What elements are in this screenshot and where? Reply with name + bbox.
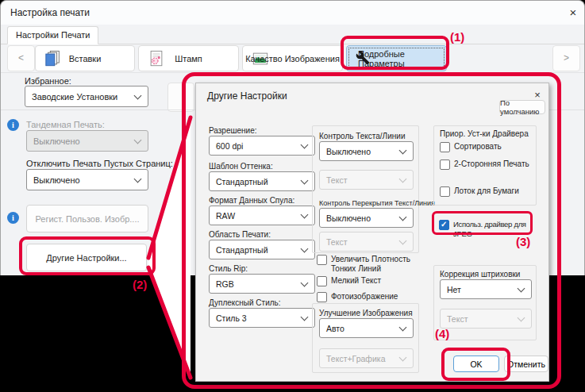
tandem-print-select: Выключено: [26, 130, 148, 152]
rip-style-select[interactable]: RGB: [209, 274, 315, 294]
next-tab-button[interactable]: >: [552, 45, 580, 71]
text-line-control-select[interactable]: Выключено: [319, 141, 414, 161]
paper-tray-checkbox[interactable]: [440, 186, 450, 197]
dialog-title: Другие Настройки: [207, 90, 287, 102]
tab-print-settings[interactable]: Настройки Печати: [7, 26, 98, 44]
driver-priority-group: Приор. Уст-ки Драйвера Сортировать 2-Сто…: [433, 125, 537, 206]
screenshot-stage: Настройка печати × Настройки Печати < Вс…: [0, 0, 585, 392]
blank-pages-label: Отключить Печать Пустых Страниц:: [26, 159, 173, 168]
text-line-control-label: Контроль Текста/Линии: [319, 132, 405, 140]
tandem-print-label: Тандемная Печать:: [26, 120, 105, 129]
collate-checkbox[interactable]: [440, 142, 450, 152]
spool-data-format-label: Формат Данных Спула:: [209, 196, 294, 205]
hatch-correction-label: Коррекция штриховки: [440, 270, 520, 279]
cancel-button[interactable]: Отменить: [504, 355, 548, 372]
chevron-down-icon: [301, 313, 309, 321]
overlap-control-label: Контроль Перекрытия Текст/Линия: [319, 199, 435, 207]
tone-pattern-label: Шаблон Оттенка:: [209, 162, 273, 171]
photo-image-checkbox[interactable]: [317, 292, 327, 302]
thin-line-density-checkbox[interactable]: [317, 255, 327, 265]
tab-button-stamp[interactable]: Штамп: [138, 45, 239, 71]
photo-image-row: Фотоизображение: [317, 292, 398, 302]
overlap-control-select[interactable]: Выключено: [319, 208, 414, 228]
tab-button-label: Штамп: [139, 46, 238, 71]
print-area-select[interactable]: Стандартный: [209, 240, 315, 259]
two-sided-checkbox[interactable]: [440, 159, 450, 170]
tab-button-image-quality[interactable]: Качество Изображения: [242, 45, 343, 71]
blank-pages-select[interactable]: Выключено: [26, 169, 148, 190]
paper-tray-row: Лоток для Бумаги: [440, 186, 519, 197]
collate-row: Сортировать: [440, 142, 502, 152]
small-text-checkbox[interactable]: [317, 276, 327, 286]
chevron-down-icon: [134, 136, 142, 144]
chevron-down-icon: [399, 323, 407, 331]
callout-1-label: (1): [450, 30, 464, 44]
register-custom-image-button[interactable]: Регист. Пользов. Изобр....: [26, 205, 148, 233]
callout-4-highlight: [441, 348, 510, 381]
resolution-select[interactable]: 600 dpi: [209, 136, 315, 156]
small-text-row: Мелкий Текст: [317, 276, 381, 286]
chevron-down-icon: [134, 175, 142, 183]
tab-button-inserts[interactable]: Вставки: [35, 45, 135, 71]
image-enhance-target-select: Текст+Графика: [319, 348, 414, 368]
overlap-target-select: Текст: [319, 232, 414, 252]
thin-line-density-row: Увеличить Плотность Тонких Линий: [317, 255, 420, 274]
chevron-down-icon: [399, 353, 407, 361]
favorites-select[interactable]: Заводские Установки: [25, 86, 148, 107]
driver-priority-label: Приор. Уст-ки Драйвера: [440, 129, 529, 138]
spool-data-format-select[interactable]: RAW: [209, 206, 315, 225]
prev-tab-button[interactable]: <: [7, 45, 35, 71]
chevron-down-icon: [301, 244, 309, 252]
favorites-label: Избранное:: [25, 76, 71, 86]
chevron-down-icon: [399, 236, 407, 244]
chevron-left-icon: <: [18, 52, 24, 63]
two-sided-row: 2-Сторонняя Печать: [440, 159, 529, 170]
chevron-down-icon: [518, 284, 525, 292]
image-enhance-label: Улучшение Изображения: [319, 309, 413, 317]
tab-button-label: Качество Изображения: [243, 46, 342, 71]
callout-2-highlight: [19, 236, 156, 275]
chevron-down-icon: [134, 91, 142, 99]
chevron-right-icon: >: [564, 52, 569, 63]
image-enhance-group: Улучшение Изображения Авто Текст+Графика: [312, 303, 419, 373]
tone-pattern-select[interactable]: Стандартный: [209, 171, 315, 191]
text-line-control-group: Контроль Текста/Линии Выключено Текст Ко…: [312, 125, 419, 253]
text-line-target-select: Текст: [319, 170, 414, 190]
callout-3-label: (3): [516, 235, 530, 248]
chevron-down-icon: [399, 213, 407, 221]
chevron-down-icon: [301, 210, 309, 218]
duplex-style-select[interactable]: Стиль 3: [209, 308, 315, 328]
hatch-target-select: Текст: [440, 309, 532, 329]
print-area-label: Область Печати:: [209, 230, 271, 239]
tab-button-label: Вставки: [36, 46, 134, 71]
image-enhance-select[interactable]: Авто: [319, 318, 414, 338]
callout-3-highlight: [432, 211, 533, 235]
tab-strip: Настройки Печати: [1, 25, 584, 44]
chevron-down-icon: [301, 279, 309, 286]
chevron-down-icon: [399, 146, 407, 154]
chevron-down-icon: [301, 140, 309, 148]
info-icon[interactable]: i: [7, 119, 19, 131]
duplex-style-label: Дуплексный Стиль:: [209, 298, 281, 307]
window-title: Настройка печати: [10, 7, 90, 18]
window-close-icon[interactable]: ×: [564, 5, 582, 21]
callout-2-label: (2): [133, 278, 147, 291]
chevron-down-icon: [301, 176, 309, 184]
title-bar: Настройка печати ×: [1, 1, 584, 25]
rip-style-label: Стиль Rip:: [209, 264, 248, 273]
hatch-correction-select[interactable]: Нет: [440, 279, 532, 299]
default-button[interactable]: По умолчанию: [499, 100, 545, 114]
chevron-down-icon: [399, 175, 407, 183]
callout-4-label: (4): [435, 327, 449, 340]
resolution-label: Разрешение:: [209, 126, 257, 135]
info-icon[interactable]: i: [7, 212, 19, 224]
chevron-down-icon: [518, 313, 525, 321]
callout-1-highlight: [341, 36, 449, 70]
